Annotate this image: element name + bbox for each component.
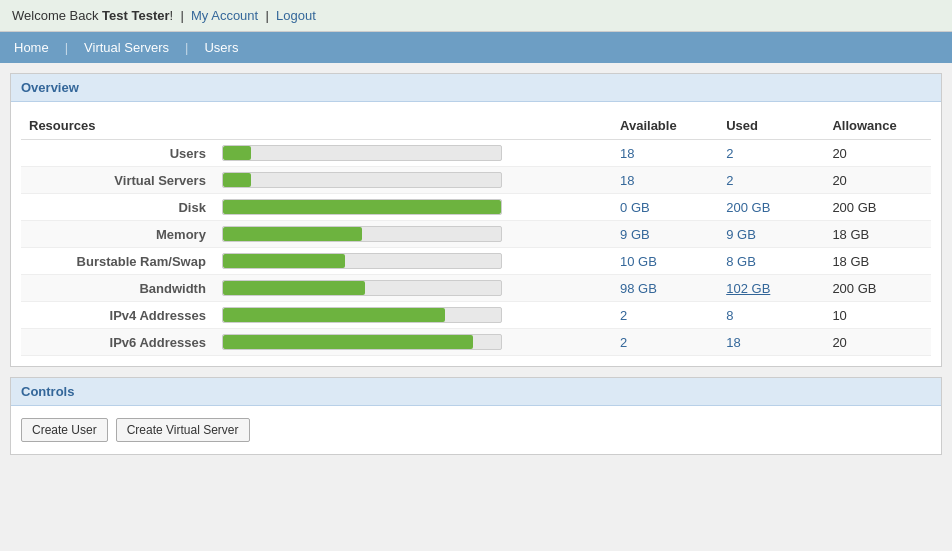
- col-resources: Resources: [21, 112, 214, 140]
- resource-label: Memory: [21, 221, 214, 248]
- nav-virtual-servers[interactable]: Virtual Servers: [70, 32, 183, 63]
- controls-header: Controls: [11, 378, 941, 406]
- used-value: 18: [718, 329, 824, 356]
- overview-header: Overview: [11, 74, 941, 102]
- resource-label: Burstable Ram/Swap: [21, 248, 214, 275]
- bar-fill: [223, 281, 365, 295]
- bar-fill: [223, 227, 362, 241]
- resource-bar-cell: [214, 167, 612, 194]
- resource-bar-cell: [214, 140, 612, 167]
- bar-fill: [223, 335, 473, 349]
- overview-title: Overview: [21, 80, 79, 95]
- col-used: Used: [718, 112, 824, 140]
- nav-sep-1: |: [63, 32, 70, 63]
- allowance-value: 200 GB: [824, 194, 931, 221]
- allowance-value: 200 GB: [824, 275, 931, 302]
- resource-label: Virtual Servers: [21, 167, 214, 194]
- top-bar: Welcome Back Test Tester! | My Account |…: [0, 0, 952, 32]
- available-value: 2: [612, 329, 718, 356]
- bar-container: [222, 280, 502, 296]
- table-row: IPv6 Addresses21820: [21, 329, 931, 356]
- resource-bar-cell: [214, 302, 612, 329]
- available-value: 2: [612, 302, 718, 329]
- controls-title: Controls: [21, 384, 74, 399]
- allowance-value: 10: [824, 302, 931, 329]
- bar-container: [222, 334, 502, 350]
- table-row: IPv4 Addresses2810: [21, 302, 931, 329]
- nav-users[interactable]: Users: [190, 32, 252, 63]
- welcome-suffix: !: [170, 8, 174, 23]
- create-user-button[interactable]: Create User: [21, 418, 108, 442]
- available-value: 10 GB: [612, 248, 718, 275]
- used-value: 2: [718, 140, 824, 167]
- overview-section: Overview Resources Available Used Allowa…: [10, 73, 942, 367]
- create-virtual-server-button[interactable]: Create Virtual Server: [116, 418, 250, 442]
- col-available: Available: [612, 112, 718, 140]
- resource-bar-cell: [214, 248, 612, 275]
- table-row: Disk0 GB200 GB200 GB: [21, 194, 931, 221]
- nav-sep-2: |: [183, 32, 190, 63]
- resource-label: IPv6 Addresses: [21, 329, 214, 356]
- allowance-value: 18 GB: [824, 248, 931, 275]
- table-row: Virtual Servers18220: [21, 167, 931, 194]
- welcome-prefix: Welcome Back: [12, 8, 102, 23]
- bar-fill: [223, 308, 445, 322]
- used-value: 8: [718, 302, 824, 329]
- bar-container: [222, 199, 502, 215]
- col-allowance: Allowance: [824, 112, 931, 140]
- resource-bar-cell: [214, 221, 612, 248]
- table-row: Memory9 GB9 GB18 GB: [21, 221, 931, 248]
- welcome-text: Welcome Back Test Tester!: [12, 8, 177, 23]
- table-row: Bandwidth98 GB102 GB200 GB: [21, 275, 931, 302]
- bar-fill: [223, 173, 251, 187]
- allowance-value: 20: [824, 167, 931, 194]
- main-content: Overview Resources Available Used Allowa…: [0, 63, 952, 475]
- resource-bar-cell: [214, 329, 612, 356]
- table-row: Burstable Ram/Swap10 GB8 GB18 GB: [21, 248, 931, 275]
- table-row: Users18220: [21, 140, 931, 167]
- resource-label: IPv4 Addresses: [21, 302, 214, 329]
- bar-container: [222, 172, 502, 188]
- my-account-link[interactable]: My Account: [191, 8, 258, 23]
- resource-label: Users: [21, 140, 214, 167]
- available-value: 98 GB: [612, 275, 718, 302]
- available-value: 18: [612, 167, 718, 194]
- used-value: 8 GB: [718, 248, 824, 275]
- resource-label: Bandwidth: [21, 275, 214, 302]
- used-value: 200 GB: [718, 194, 824, 221]
- resource-bar-cell: [214, 275, 612, 302]
- col-bar: [214, 112, 612, 140]
- available-value: 9 GB: [612, 221, 718, 248]
- bar-container: [222, 226, 502, 242]
- available-value: 0 GB: [612, 194, 718, 221]
- bar-fill: [223, 146, 251, 160]
- overview-body: Resources Available Used Allowance Users…: [11, 102, 941, 366]
- bar-container: [222, 253, 502, 269]
- allowance-value: 20: [824, 329, 931, 356]
- nav-bar: Home | Virtual Servers | Users: [0, 32, 952, 63]
- bar-container: [222, 145, 502, 161]
- resources-table: Resources Available Used Allowance Users…: [21, 112, 931, 356]
- available-value: 18: [612, 140, 718, 167]
- resource-label: Disk: [21, 194, 214, 221]
- used-value: 2: [718, 167, 824, 194]
- logout-link[interactable]: Logout: [276, 8, 316, 23]
- bar-fill: [223, 200, 501, 214]
- allowance-value: 18 GB: [824, 221, 931, 248]
- bar-container: [222, 307, 502, 323]
- bar-fill: [223, 254, 345, 268]
- used-value[interactable]: 102 GB: [718, 275, 824, 302]
- nav-home[interactable]: Home: [0, 32, 63, 63]
- controls-section: Controls Create UserCreate Virtual Serve…: [10, 377, 942, 455]
- controls-body: Create UserCreate Virtual Server: [11, 406, 941, 454]
- username: Test Tester: [102, 8, 169, 23]
- used-value: 9 GB: [718, 221, 824, 248]
- allowance-value: 20: [824, 140, 931, 167]
- resource-bar-cell: [214, 194, 612, 221]
